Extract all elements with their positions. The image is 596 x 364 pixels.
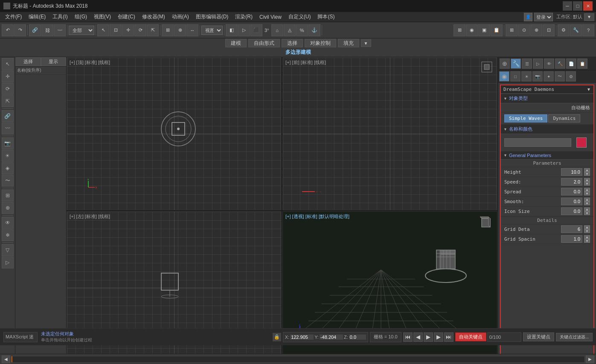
link-button[interactable]: 🔗 <box>29 24 41 36</box>
select-header-btn[interactable]: 选择 <box>15 57 41 66</box>
goto-start-btn[interactable]: ⏮ <box>403 332 413 342</box>
ds-input-spread[interactable] <box>561 188 582 195</box>
viewport-cube-icon[interactable] <box>478 215 494 230</box>
zoom-selected-button[interactable]: ⊡ <box>543 24 555 36</box>
quick-render-button[interactable]: ⬛ <box>250 24 262 36</box>
rp-tab-hierarchy[interactable]: ☰ <box>522 58 532 69</box>
ds-spin-smooth-up[interactable]: ▲ <box>584 198 590 201</box>
select-filter-dropdown[interactable]: 全部 <box>69 26 94 35</box>
ds-spin-speed-up[interactable]: ▲ <box>584 178 590 182</box>
goto-end-btn[interactable]: ⏭ <box>444 332 454 342</box>
angle-snap-button[interactable]: ◬ <box>284 24 296 36</box>
ds-spin-griddeta-up[interactable]: ▲ <box>584 225 590 229</box>
keyfilter-btn[interactable]: 关键点过滤器... <box>556 333 593 341</box>
zoom-all-button[interactable]: ⊕ <box>530 24 542 36</box>
rp-tab-spacewarp[interactable]: 〜 <box>555 71 565 82</box>
ds-spin-speed-down[interactable]: ▼ <box>584 182 590 186</box>
menu-customize[interactable]: 自定义(U) <box>285 12 314 21</box>
spinner-snap-button[interactable]: ⚓ <box>308 24 320 36</box>
maximize-button[interactable]: □ <box>573 1 582 11</box>
close-button[interactable]: ✕ <box>583 1 593 11</box>
ds-btn-dynamics[interactable]: Dynamics <box>548 114 580 122</box>
rp-tab-helpers[interactable]: ✦ <box>544 71 554 82</box>
rp-tab-utilities[interactable]: 🔨 <box>555 58 565 69</box>
menu-animation[interactable]: 动画(A) <box>169 12 192 21</box>
tool-hide[interactable]: 👁 <box>2 217 14 229</box>
lock-icon[interactable]: 🔒 <box>273 333 281 341</box>
tool-spline[interactable]: 〜 <box>2 175 14 186</box>
material-button[interactable]: ◧ <box>226 24 238 36</box>
ds-spin-smooth-down[interactable]: ▼ <box>584 201 590 205</box>
rotate-button[interactable]: ⟳ <box>134 24 146 36</box>
unlink-button[interactable]: ⛓ <box>41 24 53 36</box>
menu-create[interactable]: 创建(C) <box>114 12 139 21</box>
setkey-btn[interactable]: 设置关键点 <box>523 332 554 341</box>
tool-filter[interactable]: ▽ <box>2 244 14 256</box>
options-button[interactable]: ⚙ <box>558 24 570 36</box>
ds-input-iconsize[interactable] <box>561 207 582 215</box>
tab-objcontrol[interactable]: 对象控制 <box>305 39 336 47</box>
ds-spin-iconsize-up[interactable]: ▲ <box>584 207 590 211</box>
timeline-next-btn[interactable]: ▶ <box>586 355 594 363</box>
ds-spin-height-up[interactable]: ▲ <box>584 168 590 172</box>
ds-input-height[interactable] <box>561 168 582 176</box>
tool-scale[interactable]: ⇱ <box>2 95 14 107</box>
ds-input-smooth[interactable] <box>561 198 582 205</box>
ds-input-speed[interactable] <box>561 178 582 186</box>
more-tabs-button[interactable]: ▼ <box>361 39 371 47</box>
tool-select[interactable]: ↖ <box>2 58 14 70</box>
named-select-button[interactable]: ⊞ <box>454 24 465 36</box>
ds-btn-simple-waves[interactable]: Simple Waves <box>504 114 547 122</box>
tool-rotate[interactable]: ⟳ <box>2 83 14 95</box>
menu-grapheditor[interactable]: 图形编辑器(D) <box>192 12 232 21</box>
autokey-btn[interactable]: 自动关键点 <box>455 332 486 341</box>
render-button[interactable]: ▷ <box>238 24 250 36</box>
tool-bind[interactable]: 〰 <box>2 122 14 134</box>
display-header-btn[interactable]: 显示 <box>41 57 67 66</box>
reference-button[interactable]: ⊞ <box>162 24 174 36</box>
menu-file[interactable]: 文件(F) <box>2 12 25 21</box>
ds-input-gridspacin[interactable] <box>561 235 582 243</box>
menu-group[interactable]: 组(G) <box>71 12 90 21</box>
ds-spin-griddeta-down[interactable]: ▼ <box>584 229 590 233</box>
minimize-button[interactable]: ─ <box>563 1 572 11</box>
grid-view-button[interactable]: ⊞ <box>506 24 518 36</box>
tool-camera[interactable]: 📷 <box>2 137 14 149</box>
play-btn[interactable]: ▶ <box>424 332 433 342</box>
select-region-button[interactable]: ⊡ <box>110 24 122 36</box>
rp-tab-lights[interactable]: ☀ <box>521 71 532 82</box>
ds-spin-gridspacin-down[interactable]: ▼ <box>584 239 590 243</box>
ds-name-input[interactable] <box>504 138 571 147</box>
snap3d-button[interactable]: ⌂ <box>271 24 283 36</box>
tool-align[interactable]: ⊞ <box>2 189 14 201</box>
rp-tab-layer[interactable]: 📋 <box>577 58 587 69</box>
menu-script[interactable]: 脚本(S) <box>314 12 338 21</box>
mirror-button[interactable]: ↔ <box>186 24 198 36</box>
rp-tab-motion[interactable]: ▷ <box>533 58 543 69</box>
ds-color-swatch[interactable] <box>576 137 587 148</box>
scene-button[interactable]: 🔧 <box>570 24 582 36</box>
rp-tab-systems[interactable]: ⚙ <box>566 71 576 82</box>
ds-spin-height-down[interactable]: ▼ <box>584 172 590 176</box>
rp-tab-modify[interactable]: 🔧 <box>511 58 521 69</box>
menu-modify[interactable]: 修改器(M) <box>139 12 169 21</box>
workspace-button[interactable]: ▼ <box>584 13 594 21</box>
menu-render[interactable]: 渲染(R) <box>232 12 256 21</box>
select-button[interactable]: ↖ <box>97 24 109 36</box>
viewport-front[interactable]: [+] [前] [标准] [线框] ←→ <box>282 57 497 210</box>
tool-move[interactable]: ✛ <box>2 70 14 82</box>
menu-civilview[interactable]: Civil View <box>256 13 285 21</box>
z-input[interactable] <box>349 335 366 340</box>
isolate-button[interactable]: ◉ <box>466 24 478 36</box>
move-button[interactable]: ✛ <box>122 24 134 36</box>
user-dropdown[interactable]: 登录 <box>534 13 553 21</box>
tab-freeform[interactable]: 自由形式 <box>248 39 280 47</box>
tool-freeze[interactable]: ❄ <box>2 229 14 241</box>
y-input[interactable] <box>320 335 343 340</box>
ds-spin-gridspacin-up[interactable]: ▲ <box>584 235 590 239</box>
ds-spin-spread-up[interactable]: ▲ <box>584 188 590 192</box>
ds-spin-iconsize-down[interactable]: ▼ <box>584 211 590 215</box>
tool-geo[interactable]: ◈ <box>2 162 14 174</box>
ds-input-griddeta[interactable] <box>561 225 582 233</box>
redo-button[interactable]: ↷ <box>14 24 26 36</box>
